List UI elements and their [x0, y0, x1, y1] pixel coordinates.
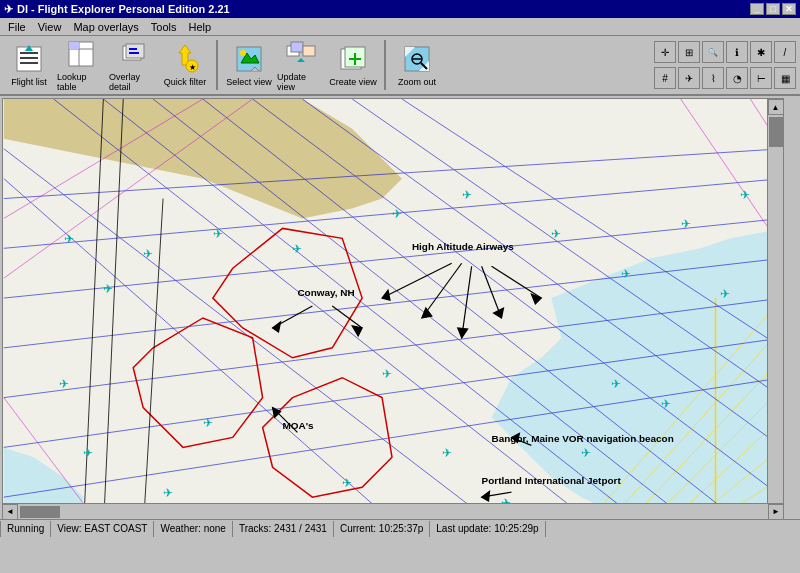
minimize-button[interactable]: _ [750, 3, 764, 15]
svg-rect-19 [291, 42, 303, 52]
svg-text:Conway, NH: Conway, NH [297, 287, 354, 298]
svg-text:✈: ✈ [621, 267, 631, 281]
close-button[interactable]: ✕ [782, 3, 796, 15]
scroll-left-button[interactable]: ◄ [2, 504, 18, 520]
toolbar-separator-1 [216, 40, 218, 90]
toolbar-right: ✛ ⊞ 🔍 ℹ ✱ / # ✈ ⌇ ◔ ⊢ ▦ [654, 41, 796, 89]
app-icon: ✈ [4, 3, 13, 16]
main-content: ✈ ✈ ✈ ✈ ✈ ✈ ✈ ✈ ✈ ✈ ✈ ✈ ✈ ✈ ✈ ✈ ✈ ✈ ✈ ✈ [0, 98, 800, 537]
menu-tools[interactable]: Tools [145, 19, 183, 35]
info-button[interactable]: ℹ [726, 41, 748, 63]
scroll-thumb-v[interactable] [769, 117, 783, 147]
crosshair-button[interactable]: ✛ [654, 41, 676, 63]
scroll-right-button[interactable]: ► [768, 504, 784, 520]
lookup-table-icon [65, 38, 97, 70]
svg-text:✈: ✈ [740, 188, 750, 202]
title-controls: _ □ ✕ [750, 3, 796, 15]
zoom-out-button[interactable]: Zoom out [392, 38, 442, 92]
svg-text:✈: ✈ [143, 247, 153, 261]
overlay-detail-button[interactable]: Overlay detail [108, 38, 158, 92]
overlay-detail-label: Overlay detail [109, 72, 157, 92]
zoom-out-label: Zoom out [398, 77, 436, 87]
svg-rect-11 [129, 48, 137, 50]
flight-list-label: Flight list [11, 77, 47, 87]
menu-bar: File View Map overlays Tools Help [0, 18, 800, 36]
menu-map-overlays[interactable]: Map overlays [67, 19, 144, 35]
svg-rect-20 [303, 46, 315, 56]
map-container[interactable]: ✈ ✈ ✈ ✈ ✈ ✈ ✈ ✈ ✈ ✈ ✈ ✈ ✈ ✈ ✈ ✈ ✈ ✈ ✈ ✈ [2, 98, 784, 531]
title-bar: ✈ DI - Flight Explorer Personal Edition … [0, 0, 800, 18]
svg-rect-12 [129, 52, 139, 54]
maximize-button[interactable]: □ [766, 3, 780, 15]
clock-button[interactable]: ◔ [726, 67, 748, 89]
svg-text:✈: ✈ [213, 227, 223, 241]
status-weather: Weather: none [154, 521, 232, 537]
create-view-icon [337, 43, 369, 75]
svg-text:✈: ✈ [392, 207, 402, 221]
scroll-thumb-h[interactable] [20, 506, 60, 518]
svg-text:✈: ✈ [551, 227, 561, 241]
svg-text:✈: ✈ [611, 377, 621, 391]
window-title: DI - Flight Explorer Personal Edition 2.… [17, 3, 230, 15]
svg-text:✈: ✈ [720, 287, 730, 301]
svg-text:✈: ✈ [382, 367, 392, 381]
asterisk-button[interactable]: ✱ [750, 41, 772, 63]
create-view-button[interactable]: Create view [328, 38, 378, 92]
menu-file[interactable]: File [2, 19, 32, 35]
svg-text:✈: ✈ [64, 232, 74, 246]
update-view-icon [285, 38, 317, 70]
grid-button[interactable]: ⊞ [678, 41, 700, 63]
select-view-button[interactable]: Select view [224, 38, 274, 92]
zoom-out-icon [401, 43, 433, 75]
map-svg: ✈ ✈ ✈ ✈ ✈ ✈ ✈ ✈ ✈ ✈ ✈ ✈ ✈ ✈ ✈ ✈ ✈ ✈ ✈ ✈ [3, 99, 783, 530]
plane-button[interactable]: ✈ [678, 67, 700, 89]
svg-point-17 [240, 50, 246, 56]
scroll-track-h [18, 504, 768, 519]
pencil-button[interactable]: / [774, 41, 796, 63]
svg-marker-21 [297, 58, 305, 62]
quick-filter-button[interactable]: ★ Quick filter [160, 38, 210, 92]
title-bar-left: ✈ DI - Flight Explorer Personal Edition … [4, 3, 230, 16]
scroll-up-button[interactable]: ▲ [768, 99, 784, 115]
svg-text:✈: ✈ [342, 476, 352, 490]
toolbar-right-row-1: ✛ ⊞ 🔍 ℹ ✱ / [654, 41, 796, 63]
svg-text:High Altitude Airways: High Altitude Airways [412, 241, 514, 252]
quick-filter-icon: ★ [169, 43, 201, 75]
toolbar-separator-2 [384, 40, 386, 90]
svg-text:✈: ✈ [581, 446, 591, 460]
svg-text:✈: ✈ [83, 446, 93, 460]
layer-button[interactable]: ▦ [774, 67, 796, 89]
flight-list-icon [13, 43, 45, 75]
svg-text:✈: ✈ [59, 377, 69, 391]
svg-text:✈: ✈ [661, 397, 671, 411]
svg-text:✈: ✈ [103, 282, 113, 296]
update-view-button[interactable]: Update view [276, 38, 326, 92]
svg-text:✈: ✈ [462, 188, 472, 202]
toolbar-right-row-2: # ✈ ⌇ ◔ ⊢ ▦ [654, 67, 796, 89]
status-current: Current: 10:25:37p [334, 521, 430, 537]
svg-text:✈: ✈ [442, 446, 452, 460]
scrollbar-horizontal[interactable]: ◄ ► [2, 503, 784, 519]
lookup-table-button[interactable]: Lookup table [56, 38, 106, 92]
svg-rect-8 [69, 42, 79, 49]
status-bar: Running View: EAST COAST Weather: none T… [0, 519, 800, 537]
svg-rect-10 [126, 44, 144, 58]
svg-text:Portland International Jetport: Portland International Jetport [482, 475, 622, 486]
status-view: View: EAST COAST [51, 521, 154, 537]
zoom-plus-button[interactable]: 🔍 [702, 41, 724, 63]
quick-filter-label: Quick filter [164, 77, 207, 87]
menu-help[interactable]: Help [183, 19, 218, 35]
flight-list-button[interactable]: Flight list [4, 38, 54, 92]
svg-text:Bangor, Maine VOR navigation b: Bangor, Maine VOR navigation beacon [492, 433, 674, 444]
scrollbar-vertical[interactable]: ▲ ▼ [767, 99, 783, 531]
status-running: Running [0, 521, 51, 537]
status-tracks: Tracks: 2431 / 2431 [233, 521, 334, 537]
hash-button[interactable]: # [654, 67, 676, 89]
select-view-icon [233, 43, 265, 75]
menu-view[interactable]: View [32, 19, 68, 35]
split-button[interactable]: ⊢ [750, 67, 772, 89]
status-last-update: Last update: 10:25:29p [430, 521, 545, 537]
svg-text:MOA's: MOA's [283, 420, 315, 431]
route-button[interactable]: ⌇ [702, 67, 724, 89]
svg-text:★: ★ [189, 63, 196, 72]
